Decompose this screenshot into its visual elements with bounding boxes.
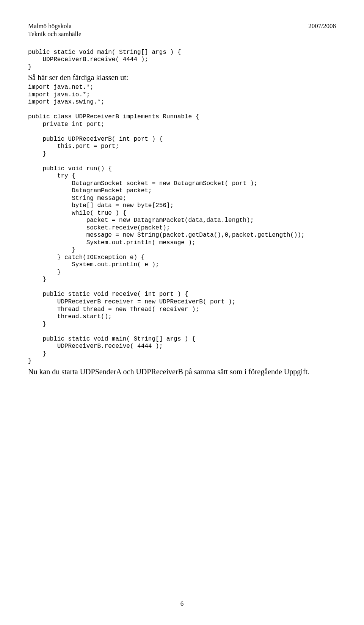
code-class-full: import java.net.*; import java.io.*; imp…: [28, 84, 336, 365]
prose-intro: Så här ser den färdiga klassen ut:: [28, 72, 336, 82]
page: Malmö högskola Teknik och samhälle 2007/…: [0, 0, 364, 625]
code-snippet-main: public static void main( String[] args )…: [28, 49, 336, 71]
header-right: 2007/2008: [308, 22, 336, 38]
prose-outro: Nu kan du starta UDPSenderA och UDPRecei…: [28, 367, 336, 377]
page-number: 6: [0, 600, 364, 608]
header-department: Teknik och samhälle: [28, 30, 81, 38]
header-year: 2007/2008: [308, 22, 336, 30]
page-header: Malmö högskola Teknik och samhälle 2007/…: [28, 22, 336, 38]
header-left: Malmö högskola Teknik och samhälle: [28, 22, 81, 38]
header-institution: Malmö högskola: [28, 22, 81, 30]
